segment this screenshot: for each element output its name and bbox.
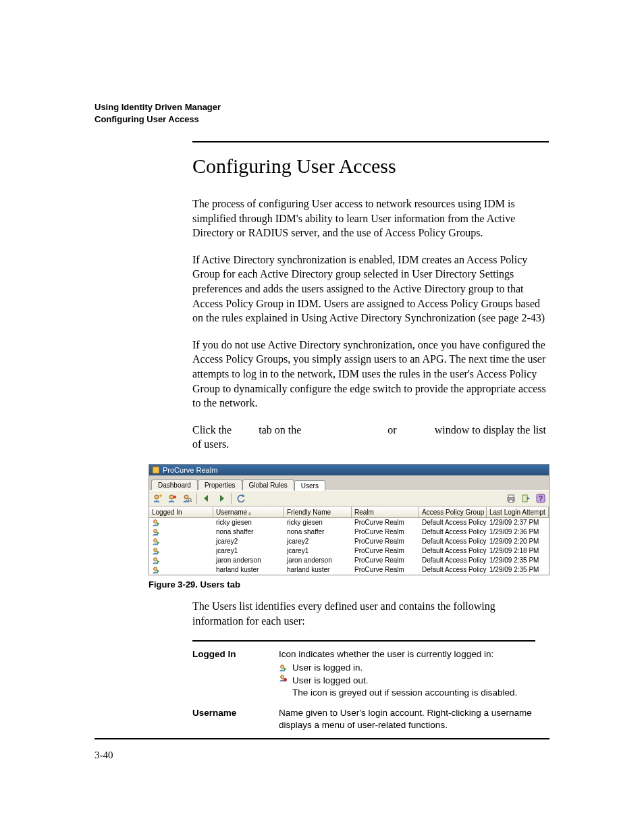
svg-rect-11 — [508, 495, 514, 498]
toolbar-separator — [196, 493, 197, 504]
svg-rect-13 — [509, 500, 513, 502]
svg-marker-31 — [284, 668, 286, 671]
svg-rect-0 — [153, 467, 159, 473]
toolbar-separator — [231, 493, 232, 504]
cell-last-login: 1/29/09 2:35 PM — [487, 556, 549, 565]
svg-point-1 — [155, 495, 159, 499]
back-icon[interactable] — [200, 492, 213, 505]
table-row[interactable]: jcarey2jcarey2ProCurve RealmDefault Acce… — [149, 537, 549, 546]
table-rule — [192, 640, 535, 642]
cell-logged-in — [149, 556, 213, 565]
body-paragraph: Click the tab on the or window to displa… — [192, 423, 549, 452]
svg-marker-23 — [157, 541, 159, 544]
svg-point-22 — [154, 539, 157, 542]
svg-marker-21 — [157, 531, 159, 535]
user-logged-in-icon — [279, 663, 287, 671]
table-row[interactable]: harland kusterharland kusterProCurve Rea… — [149, 565, 549, 575]
svg-point-33 — [284, 678, 287, 681]
cell-logged-in — [149, 537, 213, 546]
svg-marker-10 — [242, 494, 245, 497]
cell-username: harland kuster — [213, 565, 284, 575]
svg-point-26 — [154, 558, 157, 561]
user-logged-in-icon — [152, 556, 160, 565]
svg-point-30 — [281, 665, 284, 669]
cell-apg: Default Access Policy Gro... — [419, 518, 487, 527]
cell-apg: Default Access Policy Gro... — [419, 537, 487, 546]
user-logged-in-icon — [152, 528, 160, 536]
cell-realm: ProCurve Realm — [352, 537, 419, 546]
body-paragraph: The process of configuring User access t… — [192, 197, 549, 240]
chapter-header: Using Identity Driven Manager Configurin… — [95, 101, 549, 125]
cell-friendly-name: jcarey1 — [284, 546, 352, 556]
col-access-policy-group[interactable]: Access Policy Group — [419, 507, 487, 518]
svg-point-28 — [154, 567, 157, 571]
page-number: 3-40 — [95, 750, 113, 761]
window-titlebar: ProCurve Realm — [149, 465, 549, 475]
toolbar: ? — [149, 490, 549, 506]
export-icon[interactable] — [519, 492, 533, 505]
svg-marker-29 — [157, 569, 159, 573]
forward-icon[interactable] — [215, 492, 228, 505]
cell-username: jaron anderson — [213, 556, 284, 565]
svg-line-7 — [191, 501, 192, 502]
svg-marker-19 — [157, 522, 159, 525]
tab-users[interactable]: Users — [294, 480, 325, 491]
table-row[interactable]: ricky giesenricky giesenProCurve RealmDe… — [149, 518, 549, 527]
cell-username: nona shaffer — [213, 527, 284, 537]
figure-caption: Figure 3-29. Users tab — [149, 579, 548, 590]
tab-global-rules[interactable]: Global Rules — [242, 479, 294, 490]
user-logged-in-icon — [152, 519, 160, 527]
cell-apg: Default Access Policy Gro... — [419, 527, 487, 537]
tab-dashboard[interactable]: Dashboard — [151, 479, 198, 490]
user-logged-in-icon — [152, 538, 160, 546]
svg-point-2 — [169, 495, 173, 499]
cell-last-login: 1/29/09 2:36 PM — [487, 527, 549, 537]
col-username[interactable]: Username — [213, 507, 284, 518]
tab-properties[interactable]: Properties — [198, 479, 242, 490]
svg-marker-8 — [204, 495, 208, 502]
cell-realm: ProCurve Realm — [352, 556, 419, 565]
user-logged-out-icon — [279, 673, 287, 681]
svg-point-32 — [281, 675, 284, 679]
delete-user-icon[interactable] — [165, 492, 179, 505]
window-icon — [152, 466, 160, 474]
cell-realm: ProCurve Realm — [352, 527, 419, 537]
table-row[interactable]: jaron andersonjaron andersonProCurve Rea… — [149, 556, 549, 565]
definition-row-logged-in: Logged In Icon indicates whether the use… — [192, 648, 549, 699]
svg-point-24 — [154, 548, 157, 552]
footer-rule — [95, 738, 549, 739]
col-last-login-attempt[interactable]: Last Login Attempt — [487, 507, 549, 518]
svg-marker-15 — [527, 497, 530, 500]
section-heading: Configuring User Access — [192, 155, 549, 178]
add-user-icon[interactable] — [151, 492, 164, 505]
svg-marker-25 — [157, 550, 159, 554]
col-logged-in[interactable]: Logged In — [149, 507, 213, 518]
table-body: ricky giesenricky giesenProCurve RealmDe… — [149, 518, 549, 575]
print-icon[interactable] — [504, 492, 518, 505]
cell-last-login: 1/29/09 2:35 PM — [487, 565, 549, 575]
rule-divider — [192, 141, 549, 142]
definition-label: Logged In — [192, 648, 279, 699]
refresh-icon[interactable] — [234, 492, 248, 505]
col-realm[interactable]: Realm — [352, 507, 419, 518]
cell-realm: ProCurve Realm — [352, 565, 419, 575]
cell-friendly-name: ricky giesen — [284, 518, 352, 527]
svg-marker-9 — [220, 495, 224, 502]
table-row[interactable]: jcarey1jcarey1ProCurve RealmDefault Acce… — [149, 546, 549, 556]
help-icon[interactable]: ? — [534, 492, 547, 505]
col-friendly-name[interactable]: Friendly Name — [284, 507, 352, 518]
table-row[interactable]: nona shaffernona shafferProCurve RealmDe… — [149, 527, 549, 537]
find-user-icon[interactable] — [180, 492, 194, 505]
cell-friendly-name: jaron anderson — [284, 556, 352, 565]
cell-logged-in — [149, 518, 213, 527]
definition-row-username: Username Name given to User's login acco… — [192, 707, 549, 733]
cell-username: ricky giesen — [213, 518, 284, 527]
definition-table: Logged In Icon indicates whether the use… — [192, 640, 549, 733]
tab-bar: Dashboard Properties Global Rules Users — [149, 475, 549, 490]
cell-last-login: 1/29/09 2:37 PM — [487, 518, 549, 527]
user-logged-in-icon — [152, 547, 160, 555]
definition-sub: User is logged in. — [292, 662, 517, 674]
svg-point-18 — [154, 520, 157, 523]
cell-logged-in — [149, 546, 213, 556]
svg-marker-27 — [157, 560, 159, 563]
